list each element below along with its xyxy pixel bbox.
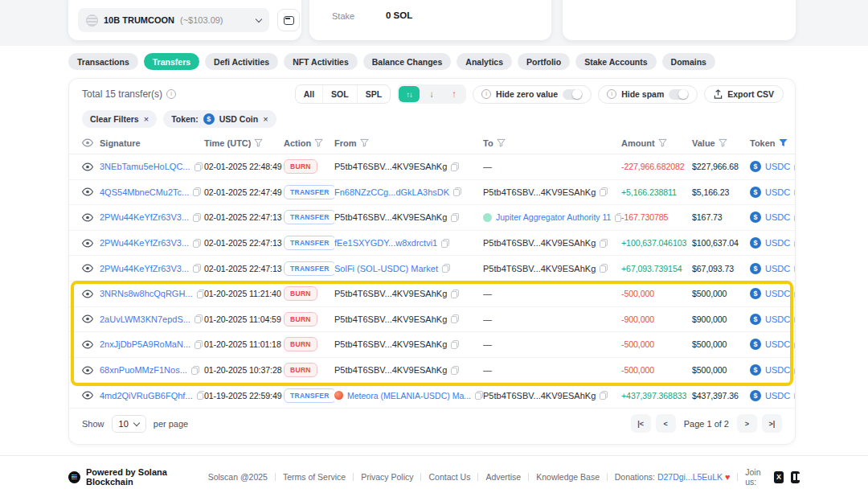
footer-link-contact-us[interactable]: Contact Us bbox=[428, 472, 470, 482]
token-link[interactable]: USDC bbox=[765, 238, 790, 248]
eye-icon[interactable] bbox=[82, 162, 93, 171]
donations-address[interactable]: D27Dgi...L5EuLK bbox=[657, 472, 723, 482]
copy-icon[interactable] bbox=[600, 239, 608, 248]
eye-icon[interactable] bbox=[82, 213, 93, 222]
page-size-select[interactable]: 10 bbox=[112, 415, 146, 433]
signature-link[interactable]: 2PWu44KeYfZr63V3... bbox=[100, 212, 189, 222]
eye-icon[interactable] bbox=[82, 391, 93, 400]
copy-icon[interactable] bbox=[197, 391, 204, 400]
copy-icon[interactable] bbox=[194, 314, 203, 323]
filter-funnel-icon[interactable] bbox=[314, 138, 323, 147]
copy-icon[interactable] bbox=[451, 314, 459, 323]
first-page-button[interactable]: |< bbox=[631, 414, 651, 433]
copy-icon[interactable] bbox=[794, 264, 795, 273]
copy-icon[interactable] bbox=[794, 391, 795, 400]
copy-icon[interactable] bbox=[193, 264, 201, 273]
copy-icon[interactable] bbox=[794, 314, 795, 323]
token-link[interactable]: USDC bbox=[765, 314, 790, 324]
tab-stake-accounts[interactable]: Stake Accounts bbox=[575, 53, 656, 70]
copy-icon[interactable] bbox=[191, 366, 199, 375]
copy-icon[interactable] bbox=[442, 264, 450, 273]
token-link[interactable]: USDC bbox=[765, 289, 790, 298]
hide-spam-toggle[interactable]: i Hide spam bbox=[598, 85, 698, 104]
filter-funnel-icon[interactable] bbox=[719, 138, 727, 147]
copy-icon[interactable] bbox=[475, 391, 483, 400]
tab-nft-activities[interactable]: NFT Activities bbox=[284, 53, 358, 70]
close-icon[interactable]: × bbox=[263, 115, 268, 124]
eye-icon[interactable] bbox=[82, 290, 93, 298]
copy-icon[interactable] bbox=[193, 213, 201, 222]
copy-icon[interactable] bbox=[194, 340, 203, 349]
copy-icon[interactable] bbox=[600, 264, 608, 273]
signature-link[interactable]: 4md2QiVRuGB6FQhf... bbox=[100, 391, 193, 401]
copy-icon[interactable] bbox=[794, 213, 795, 222]
tab-transactions[interactable]: Transactions bbox=[68, 53, 138, 70]
sort-desc-button[interactable]: ↓ bbox=[421, 86, 442, 102]
copy-icon[interactable] bbox=[451, 162, 459, 171]
from-address[interactable]: SolFi (SOL-USDC) Market bbox=[334, 264, 438, 273]
eye-icon[interactable] bbox=[82, 239, 93, 248]
scope-sol[interactable]: SOL bbox=[322, 85, 357, 103]
signature-link[interactable]: 2PWu44KeYfZr63V3... bbox=[100, 264, 189, 273]
token-link[interactable]: USDC bbox=[765, 391, 790, 401]
signature-link[interactable]: 68xnPuoMMzF1Nos... bbox=[100, 365, 187, 375]
sort-asc-button[interactable]: ↑ bbox=[444, 86, 465, 102]
prev-page-button[interactable]: < bbox=[656, 414, 676, 433]
eye-icon[interactable] bbox=[82, 187, 93, 196]
sort-both-button[interactable]: ↑↓ bbox=[399, 86, 420, 102]
eye-icon[interactable] bbox=[82, 264, 93, 273]
signature-link[interactable]: 2aUvLWM3KN7epdS... bbox=[100, 314, 190, 324]
copy-icon[interactable] bbox=[600, 187, 608, 196]
copy-icon[interactable] bbox=[451, 340, 459, 349]
footer-link-advertise[interactable]: Advertise bbox=[485, 472, 521, 482]
next-page-button[interactable]: > bbox=[737, 414, 757, 433]
copy-icon[interactable] bbox=[194, 162, 203, 171]
export-csv-button[interactable]: Export CSV bbox=[704, 85, 784, 103]
close-icon[interactable]: × bbox=[144, 115, 149, 124]
tab-domains[interactable]: Domains bbox=[662, 53, 715, 70]
token-link[interactable]: USDC bbox=[765, 264, 790, 273]
tab-transfers[interactable]: Transfers bbox=[144, 53, 199, 70]
filter-funnel-icon[interactable] bbox=[658, 138, 667, 147]
clear-filters-chip[interactable]: Clear Filters × bbox=[82, 110, 157, 128]
from-address[interactable]: Fn68NZzCCg...dGkLA3hsDK bbox=[334, 187, 449, 197]
filter-funnel-icon[interactable] bbox=[497, 138, 506, 147]
footer-link-terms-of-service[interactable]: Terms of Service bbox=[283, 472, 346, 482]
eye-icon[interactable] bbox=[82, 314, 93, 323]
token-link[interactable]: USDC bbox=[765, 162, 790, 171]
token-link[interactable]: USDC bbox=[765, 212, 790, 222]
to-address[interactable]: Jupiter Aggregator Authority 11 bbox=[496, 212, 611, 222]
copy-icon[interactable] bbox=[794, 366, 795, 375]
eye-icon[interactable] bbox=[82, 138, 93, 147]
copy-icon[interactable] bbox=[451, 290, 459, 298]
filter-funnel-icon[interactable] bbox=[360, 138, 369, 147]
info-icon[interactable]: i bbox=[166, 89, 176, 99]
signature-link[interactable]: 4QS54MbneCMu2Tc... bbox=[100, 187, 189, 197]
copy-icon[interactable] bbox=[794, 239, 795, 248]
copy-icon[interactable] bbox=[794, 187, 795, 196]
tab-analytics[interactable]: Analytics bbox=[457, 53, 512, 70]
filter-funnel-active-icon[interactable] bbox=[779, 138, 788, 147]
signature-link[interactable]: 2nxJjDbP5A9RoMaN... bbox=[100, 339, 190, 349]
token-link[interactable]: USDC bbox=[765, 339, 790, 349]
copy-icon[interactable] bbox=[794, 340, 795, 349]
tab-portfolio[interactable]: Portfolio bbox=[518, 53, 570, 70]
hide-zero-value-switch[interactable] bbox=[563, 89, 583, 100]
from-address[interactable]: Meteora (MELANIA-USDC) Ma... bbox=[347, 391, 471, 401]
signature-link[interactable]: 3NEbTamu5eHoLQC... bbox=[100, 162, 190, 171]
footer-link-privacy-policy[interactable]: Privacy Policy bbox=[361, 472, 413, 482]
eye-icon[interactable] bbox=[82, 340, 93, 349]
tab-defi-activities[interactable]: Defi Activities bbox=[205, 53, 278, 70]
copy-icon[interactable] bbox=[600, 391, 608, 400]
copy-icon[interactable] bbox=[193, 239, 201, 248]
x-twitter-icon[interactable]: X bbox=[774, 471, 783, 483]
filter-funnel-icon[interactable] bbox=[254, 138, 263, 147]
from-address[interactable]: fEe1SXYGDY...w8xdrctvi1 bbox=[334, 238, 437, 248]
token-accounts-button[interactable] bbox=[277, 9, 300, 31]
copy-icon[interactable] bbox=[451, 366, 459, 375]
scope-all[interactable]: All bbox=[296, 85, 322, 103]
copy-icon[interactable] bbox=[451, 213, 459, 222]
footer-link-knowledge-base[interactable]: Knowledge Base bbox=[536, 472, 600, 482]
token-filter-chip[interactable]: Token: $ USD Coin × bbox=[163, 110, 276, 128]
copy-icon[interactable] bbox=[794, 290, 795, 298]
